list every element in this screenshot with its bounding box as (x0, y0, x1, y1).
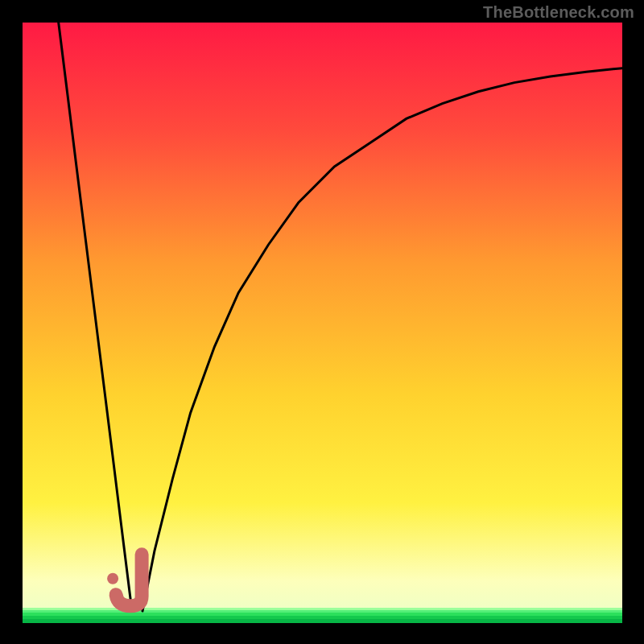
watermark-text: TheBottleneck.com (483, 3, 634, 22)
chart-stage: TheBottleneck.com (0, 0, 644, 644)
chart-svg (0, 0, 644, 644)
svg-rect-4 (23, 616, 622, 619)
green-band (23, 608, 622, 623)
svg-rect-3 (23, 613, 622, 616)
svg-rect-2 (23, 610, 622, 613)
plot-background (23, 23, 622, 623)
svg-point-6 (107, 573, 118, 584)
svg-rect-1 (23, 608, 622, 610)
svg-rect-5 (23, 619, 622, 623)
